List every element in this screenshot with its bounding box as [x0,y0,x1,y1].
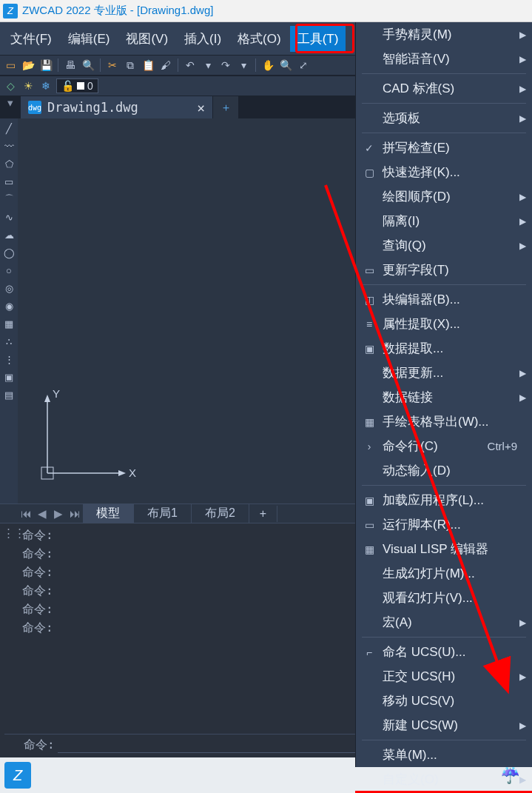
menu-item[interactable]: 生成幻灯片(M)... [356,561,532,586]
document-tab[interactable]: dwg Drawing1.dwg × [21,96,213,118]
menu-item[interactable]: ≡属性提取(X)... [356,312,532,336]
view-tab-add[interactable]: + [249,506,277,522]
polygon-icon[interactable]: ⬠ [2,157,16,170]
undo-icon[interactable]: ↶ [183,58,198,73]
hatch-icon[interactable]: ▦ [2,317,16,330]
donut-icon[interactable]: ◉ [2,299,16,312]
menu-view[interactable]: 视图(V) [118,26,175,52]
menu-format[interactable]: 格式(O) [230,26,289,52]
undo-drop-icon[interactable]: ▾ [201,58,215,73]
redo-icon[interactable]: ↷ [218,58,233,73]
save-icon[interactable]: 💾 [38,58,53,73]
menu-insert[interactable]: 插入(I) [177,26,229,52]
y-axis-label: Y [53,387,60,400]
menu-item[interactable]: 自定义(O)▶ [356,767,532,792]
menu-item[interactable]: 正交 UCS(H)▶ [356,664,532,689]
svg-marker-3 [118,470,126,476]
menu-item[interactable]: 绘图顺序(D)▶ [356,184,532,209]
point-icon[interactable]: ∴ [2,335,16,348]
vtab-prev-icon[interactable]: ◀ [34,507,50,521]
menu-item[interactable]: ▦手绘表格导出(W)... [356,409,532,434]
menu-tools[interactable]: 工具(T) [290,26,346,52]
polyline-icon[interactable]: 〰 [2,139,16,153]
block-icon[interactable]: ▣ [2,370,16,384]
cut-icon[interactable]: ✂ [105,58,120,73]
menu-item[interactable]: 移动 UCS(V) [356,689,532,713]
layer-manager-icon[interactable]: ◇ [3,78,18,93]
spline-icon[interactable]: ∿ [2,210,16,224]
view-tab-model[interactable]: 模型 [83,504,134,523]
redo-drop-icon[interactable]: ▾ [236,58,251,73]
menu-item-icon: ▦ [362,416,377,428]
layer-freeze-icon[interactable]: ❄ [38,78,53,93]
divide-icon[interactable]: ⋮ [2,352,16,366]
menu-item[interactable]: ▭更新字段(T) [356,258,532,282]
menu-item[interactable]: ✓拼写检查(E) [356,135,532,160]
open-icon[interactable]: 📂 [21,58,36,73]
menu-item-label: 宏(A) [383,614,412,631]
menu-item[interactable]: ▢快速选择(K)... [356,160,532,184]
menu-file[interactable]: 文件(F) [3,26,59,52]
menu-item[interactable]: ▦Visual LISP 编辑器 [356,537,532,561]
table-icon[interactable]: ▤ [2,388,16,401]
zoom-icon[interactable]: 🔍 [278,58,293,73]
submenu-arrow-icon: ▶ [519,216,526,227]
menu-item[interactable]: ▭运行脚本(R)... [356,512,532,537]
vtab-next-icon[interactable]: ▶ [50,507,67,521]
menu-item[interactable]: 菜单(M)... [356,743,532,767]
vtab-last-icon[interactable]: ⏭ [67,507,83,520]
menu-item[interactable]: 查询(Q)▶ [356,233,532,258]
pan-icon[interactable]: ✋ [260,58,275,73]
cmd-handle-icon[interactable]: ⋮⋮ [3,526,25,540]
menu-separator [362,133,526,133]
menu-item[interactable]: CAD 标准(S)▶ [356,76,532,101]
print-icon[interactable]: 🖶 [63,58,78,73]
menu-item[interactable]: ⌐命名 UCS(U)... [356,640,532,664]
menu-item[interactable]: 手势精灵(M)▶ [356,22,532,47]
menu-item[interactable]: 观看幻灯片(V)... [356,586,532,610]
close-icon[interactable]: × [197,100,205,116]
menu-item[interactable]: ›命令行(C)Ctrl+9 [356,434,532,458]
menu-item-label: 智能语音(V) [383,50,450,67]
arc-icon[interactable]: ⌒ [2,193,16,206]
view-tab-layout1[interactable]: 布局1 [134,504,192,523]
menu-edit[interactable]: 编辑(E) [61,26,118,52]
layer-state-icon[interactable]: ☀ [21,78,36,93]
menu-item[interactable]: ◫块编辑器(B)... [356,287,532,312]
taskbar-app-icon[interactable]: Z [4,762,31,789]
menu-item[interactable]: 智能语音(V)▶ [356,47,532,71]
copy-icon[interactable]: ⧉ [123,58,138,73]
zoom-window-icon[interactable]: ⤢ [296,58,311,73]
cloud-icon[interactable]: ☁ [2,228,16,241]
circle2-icon[interactable]: ◎ [2,281,16,295]
menu-item[interactable]: 新建 UCS(W)▶ [356,713,532,737]
menu-item[interactable]: ▣数据提取... [356,336,532,361]
vtab-first-icon[interactable]: ⏮ [18,507,34,520]
menu-item-label: 命令行(C) [383,438,438,455]
paste-icon[interactable]: 📋 [141,58,155,73]
cmd-prompt-label: 命令: [4,737,58,753]
layer-lock-icon: 🔓 [61,80,74,92]
new-icon[interactable]: ▭ [3,58,18,73]
line-icon[interactable]: ╱ [2,121,16,135]
menu-item-label: 隔离(I) [383,213,420,230]
menu-item[interactable]: 选项板▶ [356,106,532,130]
submenu-arrow-icon: ▶ [519,241,526,251]
doctab-handle-icon[interactable]: ▾ [3,96,18,110]
menu-item[interactable]: 数据链接▶ [356,385,532,409]
menu-item[interactable]: 隔离(I)▶ [356,209,532,233]
view-tab-layout2[interactable]: 布局2 [192,504,249,523]
matchprop-icon[interactable]: 🖌 [158,58,173,73]
circle-icon[interactable]: ○ [2,264,16,277]
menu-item[interactable]: 动态输入(D) [356,458,532,483]
menu-item[interactable]: 宏(A)▶ [356,610,532,635]
rectangle-icon[interactable]: ▭ [2,175,16,188]
layer-combo[interactable]: 🔓 0 [56,78,98,93]
tools-dropdown: 手势精灵(M)▶智能语音(V)▶CAD 标准(S)▶选项板▶✓拼写检查(E)▢快… [355,22,532,767]
menu-item[interactable]: ▣加载应用程序(L)... [356,488,532,512]
ellipse-icon[interactable]: ◯ [2,246,16,259]
menu-item[interactable]: 数据更新...▶ [356,361,532,385]
menu-item-label: 生成幻灯片(M)... [383,565,475,582]
new-document-tab[interactable]: ＋ [213,96,238,118]
preview-icon[interactable]: 🔍 [81,58,95,73]
